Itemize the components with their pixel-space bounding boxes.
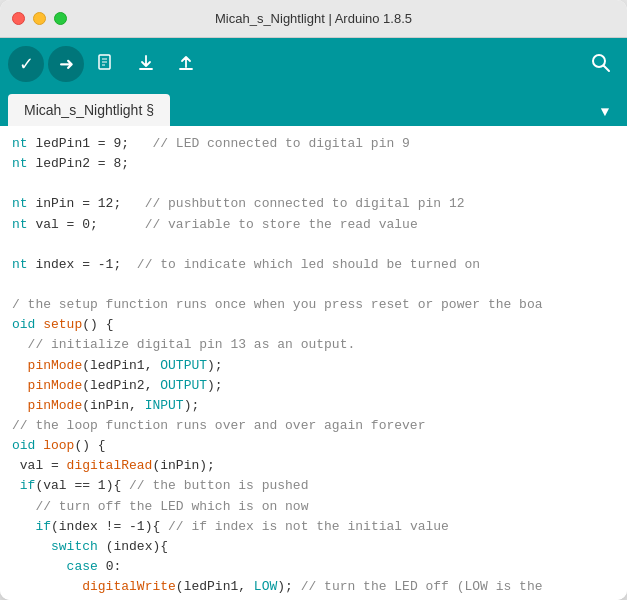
code-line-17: if(index != -1){ // if index is not the … <box>12 519 449 534</box>
arduino-window: Micah_s_Nightlight | Arduino 1.8.5 ✓ ➜ <box>0 0 627 600</box>
code-line-9: pinMode(ledPin1, OUTPUT); <box>12 358 223 373</box>
tab-label: Micah_s_Nightlight § <box>24 102 154 118</box>
code-line-12: // the loop function runs over and over … <box>12 418 425 433</box>
verify-icon: ✓ <box>19 55 34 73</box>
tab-dropdown-button[interactable]: ▼ <box>591 98 619 126</box>
active-tab[interactable]: Micah_s_Nightlight § <box>8 94 170 126</box>
code-line-13: oid loop() { <box>12 438 106 453</box>
save-button[interactable] <box>168 46 204 82</box>
new-icon <box>96 53 116 76</box>
toolbar: ✓ ➜ <box>0 38 627 90</box>
toolbar-right <box>583 46 619 82</box>
code-line-18: switch (index){ <box>12 539 168 554</box>
code-line-8: // initialize digital pin 13 as an outpu… <box>12 337 355 352</box>
traffic-lights <box>12 12 67 25</box>
search-icon <box>589 51 613 78</box>
code-line-5: nt index = -1; // to indicate which led … <box>12 257 480 272</box>
minimize-button[interactable] <box>33 12 46 25</box>
code-line-16: // turn off the LED which is on now <box>12 499 308 514</box>
code-line-14: val = digitalRead(inPin); <box>12 458 215 473</box>
open-icon <box>136 53 156 76</box>
chevron-down-icon: ▼ <box>601 104 609 120</box>
code-line-6: / the setup function runs once when you … <box>12 297 543 312</box>
open-button[interactable] <box>128 46 164 82</box>
maximize-button[interactable] <box>54 12 67 25</box>
code-line-10: pinMode(ledPin2, OUTPUT); <box>12 378 223 393</box>
window-title: Micah_s_Nightlight | Arduino 1.8.5 <box>215 11 412 26</box>
svg-line-7 <box>604 65 610 71</box>
code-line-15: if(val == 1){ // the button is pushed <box>12 478 308 493</box>
code-line-3: nt inPin = 12; // pushbutton connected t… <box>12 196 465 211</box>
verify-button[interactable]: ✓ <box>8 46 44 82</box>
code-line-1: nt ledPin1 = 9; // LED connected to digi… <box>12 136 410 151</box>
title-bar: Micah_s_Nightlight | Arduino 1.8.5 <box>0 0 627 38</box>
code-editor[interactable]: nt ledPin1 = 9; // LED connected to digi… <box>0 126 627 600</box>
tab-bar: Micah_s_Nightlight § ▼ <box>0 90 627 126</box>
new-button[interactable] <box>88 46 124 82</box>
code-line-20: digitalWrite(ledPin1, LOW); // turn the … <box>12 579 543 594</box>
code-line-19: case 0: <box>12 559 121 574</box>
upload-button[interactable]: ➜ <box>48 46 84 82</box>
upload-icon: ➜ <box>59 55 74 73</box>
code-line-2: nt ledPin2 = 8; <box>12 156 129 171</box>
code-line-11: pinMode(inPin, INPUT); <box>12 398 199 413</box>
search-button[interactable] <box>583 46 619 82</box>
close-button[interactable] <box>12 12 25 25</box>
code-line-7: oid setup() { <box>12 317 113 332</box>
code-line-4: nt val = 0; // variable to store the rea… <box>12 217 418 232</box>
save-icon <box>176 53 196 76</box>
